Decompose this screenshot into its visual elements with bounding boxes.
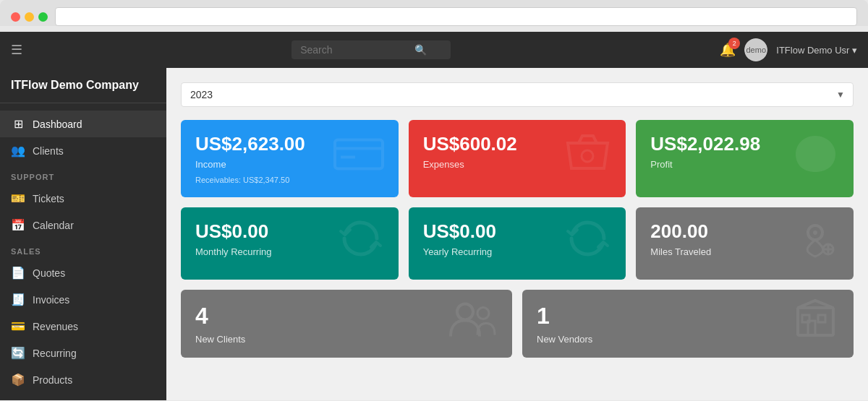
profit-icon [792,132,839,186]
products-icon: 📦 [11,373,25,387]
sidebar-label-revenues: Revenues [33,321,78,332]
year-selector-wrapper: 2023 2022 2021 2020 [181,82,854,107]
sidebar-item-products[interactable]: 📦 Products [0,366,166,393]
avatar: demo [744,38,767,61]
sidebar-label-quotes: Quotes [33,267,65,279]
sidebar-label-clients: Clients [33,145,64,157]
miles-traveled-icon [792,217,839,270]
notification-badge: 2 [728,38,740,49]
sidebar-item-tickets[interactable]: 🎫 Tickets [0,185,166,212]
svg-point-8 [477,308,489,319]
recurring-icon: 🔄 [11,346,25,360]
hamburger-icon[interactable]: ☰ [11,42,22,58]
revenues-icon: 💳 [11,319,25,333]
sidebar-label-dashboard: Dashboard [33,118,82,130]
miles-traveled-card: 200.00 Miles Traveled [636,207,854,280]
monthly-recurring-card: US$0.00 Monthly Recurring [181,207,399,280]
browser-dots [11,12,48,22]
sidebar-section-sales: SALES [0,238,166,259]
close-dot[interactable] [11,12,20,22]
top-nav: ☰ 🔍 🔔 2 demo ITFlow Demo Usr ▾ [0,32,868,68]
sidebar-item-clients[interactable]: 👥 Clients [0,137,166,164]
profit-card: US$2,022.98 Profit [636,120,854,197]
monthly-recurring-icon [337,217,384,270]
expenses-card: US$600.02 Expenses [409,120,626,197]
sidebar-label-tickets: Tickets [33,193,64,204]
search-bar: 🔍 [292,40,451,59]
sidebar-label-products: Products [33,374,72,386]
expenses-icon [564,132,611,186]
tickets-icon: 🎫 [11,191,25,205]
clients-icon: 👥 [11,144,25,158]
svg-rect-0 [335,139,383,168]
svg-rect-12 [802,315,809,322]
bottom-stats-grid: 4 New Clients 1 [181,290,854,358]
browser-chrome [0,0,868,26]
search-wrapper: 🔍 [33,40,709,59]
top-stats-grid: US$2,623.00 Income Receivables: US$2,347… [181,120,854,197]
sidebar-label-invoices: Invoices [33,294,69,306]
yearly-recurring-card: US$0.00 Yearly Recurring [409,207,626,280]
calendar-icon: 📅 [11,218,25,232]
new-clients-icon [447,299,498,349]
invoices-icon: 🧾 [11,293,25,306]
nav-right: 🔔 2 demo ITFlow Demo Usr ▾ [720,38,857,61]
new-vendors-icon [792,297,839,350]
main-content: 2023 2022 2021 2020 US$2,623.00 Income R… [166,68,868,400]
svg-point-7 [457,304,473,320]
address-bar[interactable] [55,7,857,26]
svg-point-3 [582,150,593,162]
quotes-icon: 📄 [11,266,25,280]
income-card: US$2,623.00 Income Receivables: US$2,347… [181,120,399,197]
new-clients-card: 4 New Clients [181,290,512,358]
new-vendors-card: 1 New Vendors [522,290,854,358]
sidebar-item-recurring[interactable]: 🔄 Recurring [0,340,166,366]
middle-stats-grid: US$0.00 Monthly Recurring U [181,207,854,280]
sidebar-item-invoices[interactable]: 🧾 Invoices [0,286,166,313]
avatar-image: demo [744,38,767,61]
sidebar-label-recurring: Recurring [33,348,77,359]
sidebar-section-support: SUPPORT [0,164,166,185]
sidebar-label-calendar: Calendar [33,220,74,231]
sidebar-item-dashboard[interactable]: ⊞ Dashboard [0,111,166,137]
svg-rect-11 [818,315,825,322]
notification-bell[interactable]: 🔔 2 [720,42,736,58]
svg-point-5 [813,230,817,235]
year-select[interactable]: 2023 2022 2021 2020 [181,82,854,107]
yearly-recurring-icon [564,217,611,270]
income-icon [333,134,384,184]
sidebar-item-revenues[interactable]: 💳 Revenues [0,313,166,340]
main-layout: ITFlow Demo Company ⊞ Dashboard 👥 Client… [0,68,868,400]
minimize-dot[interactable] [25,12,34,22]
user-menu-button[interactable]: ITFlow Demo Usr ▾ [776,45,857,56]
sidebar-item-calendar[interactable]: 📅 Calendar [0,212,166,238]
app-container: ☰ 🔍 🔔 2 demo ITFlow Demo Usr ▾ ITFlow De… [0,32,868,400]
sidebar-brand: ITFlow Demo Company [0,79,166,103]
fullscreen-dot[interactable] [38,12,48,22]
search-icon: 🔍 [414,44,427,56]
sidebar: ITFlow Demo Company ⊞ Dashboard 👥 Client… [0,68,166,400]
sidebar-item-quotes[interactable]: 📄 Quotes [0,259,166,286]
dashboard-icon: ⊞ [11,117,25,131]
search-input[interactable] [300,44,409,56]
